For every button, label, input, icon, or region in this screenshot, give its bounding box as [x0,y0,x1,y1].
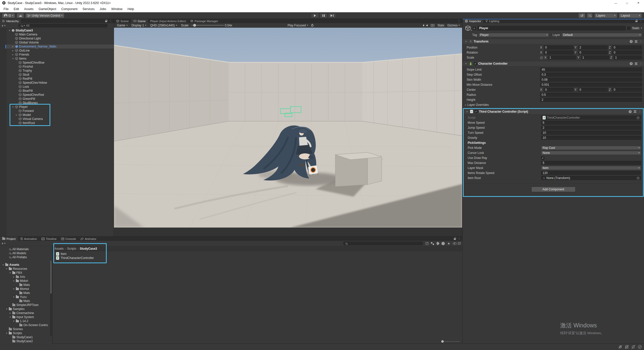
display-dropdown[interactable]: Display 1▾ [130,24,148,27]
project-folder-momoi[interactable]: ▾Momoi [0,287,52,291]
menu-edit[interactable]: Edit [11,6,22,12]
scale-x-field[interactable]: 1 [548,56,576,60]
slope-limit-field[interactable]: 45 [540,68,642,72]
hierarchy-item-main-camera[interactable]: Main Camera [7,32,114,36]
resolution-dropdown[interactable]: QHD (2560x1440)▾ [149,24,178,27]
tab-animator[interactable]: Animator [78,237,99,241]
lock-icon[interactable] [635,21,637,22]
project-folder-cinemachine[interactable]: ▸Cinemachine [0,311,52,315]
tab-inspector[interactable]: iInspector [463,19,483,23]
component-enabled-checkbox[interactable]: ✓ [474,62,477,65]
project-folder-assets[interactable]: ▾Assets [0,263,52,267]
tab-lighting[interactable]: Lighting [483,19,501,23]
jump-speed-field[interactable]: 2 [541,126,641,130]
hidden-packages-toggle[interactable]: 22 [453,242,461,245]
object-picker-icon[interactable] [637,177,639,180]
favorite-all-models[interactable]: All Models [0,251,52,255]
hierarchy-item-redpill[interactable]: RedPill [7,77,114,81]
gravity-field[interactable]: 10 [541,136,641,140]
hierarchy-item-items[interactable]: ▾Items [7,57,114,61]
hierarchy-add-button[interactable]: +▾ [2,24,5,28]
tab-package-manager[interactable]: Package Manager [188,19,220,23]
favorite-all-prefabs[interactable]: All Prefabs [0,255,52,259]
hierarchy-item-friends[interactable]: ▸Friends [7,53,114,57]
center-y-field[interactable]: 0 [578,88,608,92]
project-folder-samples[interactable]: ▾Samples [0,307,52,311]
hierarchy-item-outline[interactable]: ▸OutLine [7,49,114,53]
filter-by-label-icon[interactable] [436,242,439,245]
hierarchy-item-speedchevred[interactable]: SpeedChevRed [7,93,114,97]
menu-services[interactable]: Services [80,6,97,12]
hierarchy-item-model[interactable]: ▸Model [7,113,114,117]
static-dropdown-icon[interactable]: ▾ [641,27,642,29]
presets-icon[interactable] [634,110,636,113]
debug-bug-icon[interactable] [311,24,314,27]
radius-field[interactable]: 0.5 [540,93,642,97]
menu-component[interactable]: Component [59,6,80,12]
hierarchy-item-trophy[interactable]: Trophy [7,69,114,73]
hierarchy-item-forward[interactable]: Forward [7,109,114,113]
play-button[interactable] [311,13,319,18]
tab-player-input-actions-editor[interactable]: Player (Input Actions Editor) [148,19,188,23]
tab-hierarchy[interactable]: Hierarchy [0,19,21,23]
tab-animation[interactable]: Animation [18,237,39,241]
menu-window[interactable]: Window [109,6,125,12]
layers-dropdown[interactable]: Layers▾ [594,13,617,18]
project-folder-studycase2[interactable]: StudyCase2 [0,339,52,343]
layout-dropdown[interactable]: Layout▾ [619,13,642,18]
position-z-field[interactable]: 0 [612,46,642,50]
tab-scene[interactable]: Scene [114,19,131,23]
project-folder-studycase1[interactable]: StudyCase1 [0,335,52,339]
hierarchy-item-firstaid[interactable]: FirstAid [7,65,114,69]
presets-icon[interactable] [635,40,637,43]
favorite-all-materials[interactable]: All Materials [0,247,52,251]
tab-timeline[interactable]: Timeline [39,237,59,241]
project-search-input[interactable] [343,242,423,245]
mute-audio-icon[interactable] [426,24,428,26]
project-folder-midori[interactable]: ▾Midori [0,279,52,283]
menu-gameobject[interactable]: GameObject [36,6,59,12]
move-speed-field[interactable]: 5 [541,121,641,125]
hierarchy-item-environment-narrow-walls[interactable]: ▸Environment_Narrow_Walls [7,45,114,49]
project-folder-yuzu[interactable]: ▾Yuzu [0,295,52,299]
object-picker-icon[interactable] [637,116,639,119]
project-folder-mats[interactable]: Mats [0,283,52,287]
cache-disabled-icon[interactable] [625,345,629,349]
filter-by-type-icon[interactable] [431,242,434,245]
presets-icon[interactable] [635,63,637,65]
position-x-field[interactable]: 0 [544,46,574,50]
hierarchy-item-speedchevblue[interactable]: SpeedChevBlue [7,61,114,65]
hierarchy-item-player[interactable]: ▾Player [7,105,114,109]
project-folder-aris[interactable]: ▸Aris [0,275,52,279]
panel-menu-icon[interactable]: ⋮ [458,19,460,23]
max-distance-field[interactable]: 5 [541,161,641,165]
pick-mode-dropdown[interactable]: Ray Cast▾ [541,146,641,150]
tag-dropdown[interactable]: Player▾ [478,33,549,37]
scale-y-field[interactable]: 1 [581,56,609,60]
project-tree-scrollbar[interactable] [50,260,52,336]
menu-help[interactable]: Help [125,6,137,12]
project-folder-on-screen-contro[interactable]: On-Screen Contro [0,323,52,327]
project-folder-input-system[interactable]: ▾Input System [0,315,52,319]
tab-console[interactable]: Console [59,237,78,241]
project-folder-scripts[interactable]: ▾Scripts [0,331,52,335]
component-menu-icon[interactable]: ⋮ [638,110,641,113]
hierarchy-search-input[interactable]: ▾ All [18,24,108,27]
asset-item[interactable]: #Item [54,252,462,256]
project-folder-mats[interactable]: Mats [0,291,52,295]
import-warnings-icon[interactable]: ! [441,242,445,245]
cloud-button[interactable]: ☁ [17,13,24,18]
game-viewport[interactable] [114,28,462,228]
component-enabled-checkbox[interactable]: ✓ [474,110,478,113]
project-add-button[interactable]: +▾ [2,241,5,245]
asset-size-slider[interactable] [442,341,460,342]
close-button[interactable]: ✕ [633,0,644,6]
hierarchy-item-studycase3[interactable]: ▾StudyCase3 [7,28,114,32]
project-folder-simpleurptoon[interactable]: SimpleURPToon [0,303,52,307]
minimize-button[interactable]: — [610,0,621,6]
keyboard-icon[interactable] [431,24,434,27]
component-menu-icon[interactable]: ⋮ [639,40,642,43]
maximize-button[interactable]: □ [621,0,633,6]
search-button[interactable] [587,13,593,18]
turn-speed-field[interactable]: 10 [541,131,641,135]
